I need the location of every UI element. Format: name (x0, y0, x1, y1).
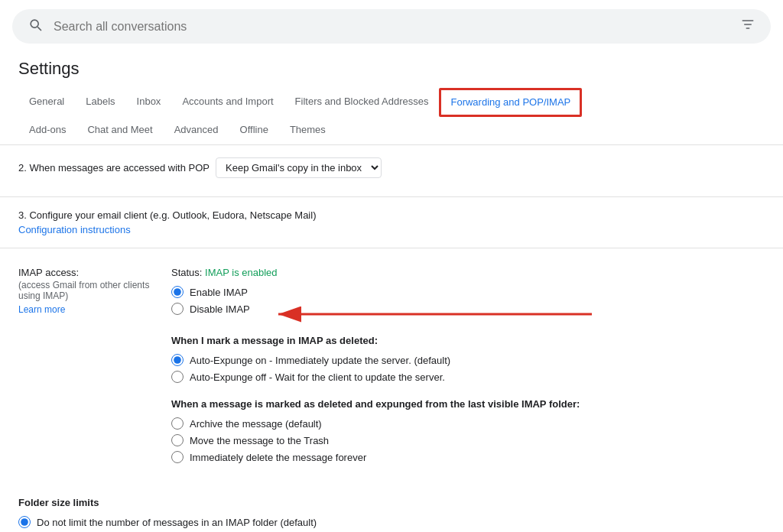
radio-input-auto_expunge_off[interactable] (171, 371, 184, 383)
deleted-radio-auto_expunge_off[interactable]: Auto-Expunge off - Wait for the client t… (171, 371, 765, 383)
radio-input-delete_forever[interactable] (171, 451, 184, 463)
folder-size-options: Do not limit the number of messages in a… (18, 516, 765, 528)
configure-label: 3. Configure your email client (18, 209, 147, 221)
expunged-radio-delete_forever[interactable]: Immediately delete the message forever (171, 451, 765, 463)
pop-dropdown-row: 2. When messages are accessed with POP K… (18, 157, 765, 178)
configure-section: 3. Configure your email client (e.g. Out… (0, 197, 783, 248)
imap-radio-disable_imap[interactable]: Disable IMAP (171, 303, 250, 315)
search-bar (12, 9, 771, 44)
radio-input-trash[interactable] (171, 434, 184, 446)
pop-section: 2. When messages are accessed with POP K… (0, 145, 783, 197)
folder-section: Folder size limits Do not limit the numb… (0, 497, 783, 532)
radio-input-no_limit[interactable] (18, 516, 31, 528)
deleted-radio-auto_expunge_on[interactable]: Auto-Expunge on - Immediately update the… (171, 354, 765, 366)
imap-status-label: Status: (171, 267, 202, 278)
pop-message-label: 2. When messages are accessed with POP (18, 162, 210, 174)
tab-accounts[interactable]: Accounts and Import (171, 88, 284, 117)
tabs-row-2: Add-onsChat and MeetAdvancedOfflineTheme… (18, 116, 765, 144)
imap-expunged-title: When a message is marked as deleted and … (171, 398, 765, 410)
configure-example: (e.g. Outlook, Eudora, Netscape Mail) (150, 209, 317, 221)
imap-content-column: Status: IMAP is enabled Enable IMAPDisab… (171, 267, 765, 478)
tab-addons[interactable]: Add-ons (18, 116, 76, 145)
radio-label-delete_forever: Immediately delete the message forever (190, 452, 366, 463)
imap-expunged-options: Archive the message (default)Move the me… (171, 417, 765, 463)
radio-label-auto_expunge_off: Auto-Expunge off - Wait for the client t… (190, 371, 445, 383)
imap-label-title: IMAP access: (18, 267, 171, 278)
imap-deleted-title: When I mark a message in IMAP as deleted… (171, 335, 765, 346)
imap-label-sub: (access Gmail from other clients using I… (18, 280, 171, 301)
tab-themes[interactable]: Themes (279, 116, 336, 145)
page-title: Settings (0, 53, 783, 88)
tab-forwarding[interactable]: Forwarding and POP/IMAP (439, 88, 582, 117)
expunged-radio-archive[interactable]: Archive the message (default) (171, 417, 765, 430)
imap-status-value: IMAP is enabled (205, 267, 277, 278)
configure-text: 3. Configure your email client (e.g. Out… (18, 209, 765, 221)
search-input[interactable] (54, 20, 729, 34)
imap-learn-more-link[interactable]: Learn more (18, 304, 171, 315)
imap-status-line: Status: IMAP is enabled (171, 267, 765, 278)
radio-label-trash: Move the message to the Trash (190, 435, 329, 446)
radio-label-enable_imap: Enable IMAP (190, 287, 248, 298)
folder-radio-no_limit[interactable]: Do not limit the number of messages in a… (18, 516, 765, 528)
filter-icon[interactable] (740, 17, 755, 36)
radio-input-enable_imap[interactable] (171, 286, 184, 298)
tab-general[interactable]: General (18, 88, 75, 117)
imap-section: IMAP access: (access Gmail from other cl… (0, 248, 783, 497)
tab-filters[interactable]: Filters and Blocked Addresses (284, 88, 440, 117)
radio-label-auto_expunge_on: Auto-Expunge on - Immediately update the… (190, 355, 450, 366)
expunged-radio-trash[interactable]: Move the message to the Trash (171, 434, 765, 446)
tab-labels[interactable]: Labels (75, 88, 125, 117)
imap-deleted-options: Auto-Expunge on - Immediately update the… (171, 354, 765, 383)
search-icon (28, 17, 43, 36)
imap-label-column: IMAP access: (access Gmail from other cl… (18, 267, 171, 478)
tab-chat[interactable]: Chat and Meet (76, 116, 163, 145)
radio-input-auto_expunge_on[interactable] (171, 354, 184, 366)
tab-advanced[interactable]: Advanced (164, 116, 229, 145)
imap-radio-enable_imap[interactable]: Enable IMAP (171, 286, 250, 298)
tab-offline[interactable]: Offline (229, 116, 279, 145)
radio-label-no_limit: Do not limit the number of messages in a… (37, 517, 317, 528)
tabs-row-1: GeneralLabelsInboxAccounts and ImportFil… (18, 88, 765, 116)
radio-input-archive[interactable] (171, 417, 184, 430)
imap-expunged-section: When a message is marked as deleted and … (171, 398, 765, 463)
tabs-container: GeneralLabelsInboxAccounts and ImportFil… (0, 88, 783, 145)
folder-size-title: Folder size limits (18, 497, 765, 508)
configuration-instructions-link[interactable]: Configuration instructions (18, 224, 765, 235)
imap-deleted-section: When I mark a message in IMAP as deleted… (171, 335, 765, 383)
radio-label-archive: Archive the message (default) (190, 418, 322, 430)
radio-label-disable_imap: Disable IMAP (190, 303, 250, 315)
radio-input-disable_imap[interactable] (171, 303, 184, 315)
imap-enable-disable-group: Enable IMAPDisable IMAP (171, 286, 765, 320)
settings-content: 2. When messages are accessed with POP K… (0, 145, 783, 532)
red-arrow-annotation (271, 303, 599, 333)
pop-dropdown[interactable]: Keep Gmail's copy in the inboxMark Gmail… (216, 157, 382, 178)
tab-inbox[interactable]: Inbox (126, 88, 172, 117)
